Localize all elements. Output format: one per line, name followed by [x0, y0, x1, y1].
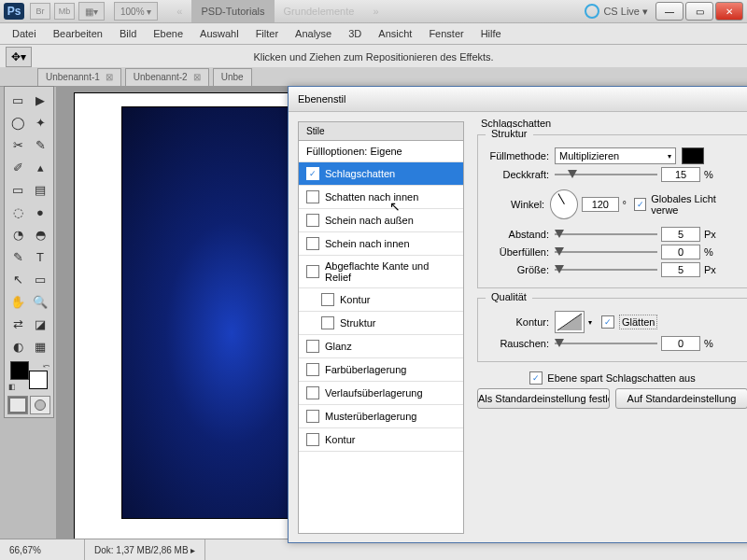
eyedropper-tool-icon[interactable]: ✎: [30, 134, 50, 155]
default-colors-icon[interactable]: ◧: [8, 383, 16, 391]
style-row[interactable]: Musterüberlagerung: [299, 405, 463, 428]
foreground-color-swatch[interactable]: [10, 361, 29, 380]
workspace-tab-psdtutorials[interactable]: PSD-Tutorials: [191, 0, 274, 22]
zoom-tool-icon[interactable]: 🔍: [30, 291, 50, 312]
menu-bearbeiten[interactable]: Bearbeiten: [45, 28, 111, 39]
dodge-tool-icon[interactable]: ◓: [30, 224, 50, 245]
style-row[interactable]: Verlaufsüberlagerung: [299, 382, 463, 405]
document-tab[interactable]: Unbe: [213, 68, 252, 86]
workspace-more[interactable]: »: [363, 0, 388, 22]
style-row[interactable]: Struktur: [299, 312, 463, 335]
marquee-tool-icon[interactable]: ▭: [7, 90, 28, 110]
arrange-documents-dropdown[interactable]: ▦▾: [78, 2, 105, 21]
wand-tool-icon[interactable]: ✦: [30, 112, 50, 133]
cs-live-button[interactable]: CS Live ▾: [585, 4, 648, 19]
style-checkbox[interactable]: [321, 316, 334, 329]
shape-tool-icon[interactable]: ▭: [30, 269, 50, 289]
angle-dial[interactable]: [550, 189, 578, 219]
style-checkbox[interactable]: [306, 410, 319, 423]
style-checkbox[interactable]: [306, 433, 319, 446]
path-select-tool-icon[interactable]: ↖: [7, 269, 28, 289]
status-docsize[interactable]: Dok: 1,37 MB/2,86 MB ▸: [85, 539, 205, 560]
menu-datei[interactable]: Datei: [4, 28, 45, 39]
misc-tool-icon[interactable]: ▦: [30, 336, 50, 357]
menu-ansicht[interactable]: Ansicht: [370, 28, 420, 39]
color-swatches[interactable]: ⤺ ◧: [7, 361, 51, 391]
style-row[interactable]: Schein nach außen: [299, 209, 463, 232]
style-row[interactable]: Abgeflachte Kante und Relief: [299, 256, 463, 288]
blendmode-select[interactable]: Multiplizieren▾: [555, 147, 676, 164]
opacity-input[interactable]: 15: [661, 167, 700, 182]
shadow-color-swatch[interactable]: [682, 147, 704, 164]
eraser-tool-icon[interactable]: ◌: [7, 202, 28, 222]
menu-3d[interactable]: 3D: [340, 28, 370, 39]
healing-tool-icon[interactable]: ✐: [7, 157, 28, 177]
type-tool-icon[interactable]: T: [30, 246, 50, 267]
window-maximize-button[interactable]: ▭: [685, 2, 713, 21]
spread-input[interactable]: 0: [661, 245, 700, 259]
style-row[interactable]: Kontur: [299, 428, 463, 452]
lasso-tool-icon[interactable]: ◯: [7, 112, 28, 133]
style-row[interactable]: ✓Schlagschatten: [299, 162, 463, 186]
global-light-checkbox[interactable]: ✓: [634, 198, 646, 211]
style-checkbox[interactable]: [306, 190, 319, 203]
style-row[interactable]: Farbüberlagerung: [299, 358, 463, 382]
window-close-button[interactable]: ✕: [715, 2, 743, 21]
size-slider[interactable]: [555, 264, 657, 275]
menu-ebene[interactable]: Ebene: [145, 28, 191, 39]
standard-mode-icon[interactable]: [7, 396, 28, 414]
brush-tool-icon[interactable]: ▴: [30, 157, 50, 177]
style-checkbox[interactable]: [306, 386, 319, 399]
stamp-tool-icon[interactable]: ▭: [7, 179, 28, 200]
style-row[interactable]: Glanz: [299, 335, 463, 358]
tab-close-icon[interactable]: ⊠: [106, 73, 113, 82]
move-tool-icon[interactable]: ▶: [30, 90, 50, 110]
swap-colors-icon[interactable]: ⤺: [43, 361, 50, 371]
fill-options-row[interactable]: Füllloptionen: Eigene: [299, 141, 463, 162]
style-checkbox[interactable]: [306, 237, 319, 250]
status-zoom[interactable]: 66,67%: [0, 539, 85, 560]
style-row[interactable]: Schatten nach innen: [299, 186, 463, 209]
document-tab[interactable]: Unbenannt-2⊠: [125, 68, 209, 86]
distance-input[interactable]: 5: [661, 227, 700, 242]
window-minimize-button[interactable]: —: [655, 2, 684, 21]
workspace-tab[interactable]: «: [167, 0, 191, 22]
menu-filter[interactable]: Filter: [247, 28, 287, 39]
style-checkbox[interactable]: [306, 214, 319, 227]
menu-auswahl[interactable]: Auswahl: [191, 28, 247, 39]
blur-tool-icon[interactable]: ◔: [7, 224, 28, 245]
tab-close-icon[interactable]: ⊠: [193, 73, 201, 82]
style-checkbox[interactable]: ✓: [306, 167, 319, 180]
gradient-tool-icon[interactable]: ●: [30, 202, 50, 222]
make-default-button[interactable]: Als Standardeinstellung festlegen: [477, 388, 610, 409]
history-brush-tool-icon[interactable]: ▤: [30, 179, 50, 200]
3d-tool-icon[interactable]: ◪: [30, 314, 50, 334]
reset-default-button[interactable]: Auf Standardeinstellung: [615, 388, 747, 409]
rotate-tool-icon[interactable]: ⇄: [7, 314, 28, 334]
menu-analyse[interactable]: Analyse: [287, 28, 340, 39]
contour-picker[interactable]: [555, 311, 585, 333]
menu-bild[interactable]: Bild: [111, 28, 145, 39]
knockout-checkbox[interactable]: ✓: [529, 371, 543, 385]
noise-input[interactable]: 0: [661, 336, 700, 351]
opacity-slider[interactable]: [555, 169, 657, 180]
menu-hilfe[interactable]: Hilfe: [472, 28, 510, 39]
distance-slider[interactable]: [555, 229, 657, 240]
antialias-checkbox[interactable]: ✓: [601, 315, 614, 329]
document-tab[interactable]: Unbenannt-1⊠: [37, 68, 121, 86]
workspace-tab-grundelemente[interactable]: Grundelemente: [275, 0, 364, 22]
zoom-level-dropdown[interactable]: 100% ▾: [114, 2, 158, 21]
background-color-swatch[interactable]: [29, 371, 48, 389]
size-input[interactable]: 5: [661, 262, 700, 277]
style-checkbox[interactable]: [306, 363, 319, 376]
bridge-icon[interactable]: Br: [30, 3, 50, 20]
angle-input[interactable]: 120: [582, 197, 619, 212]
current-tool-indicator[interactable]: ✥▾: [6, 47, 32, 67]
crop-tool-icon[interactable]: ✂: [7, 134, 28, 155]
quickmask-mode-icon[interactable]: [30, 396, 50, 414]
menu-fenster[interactable]: Fenster: [420, 28, 472, 39]
3d-camera-tool-icon[interactable]: ◐: [7, 336, 28, 357]
style-row[interactable]: Kontur: [299, 288, 463, 312]
style-row[interactable]: Schein nach innen: [299, 232, 463, 256]
dialog-titlebar[interactable]: Ebenenstil: [289, 87, 747, 112]
